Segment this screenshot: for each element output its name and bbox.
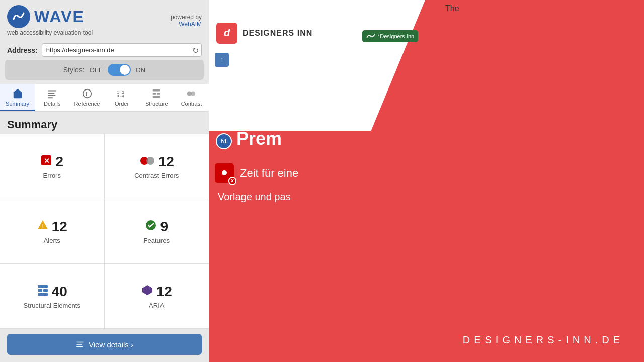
wave-badge: *Designers Inn	[362, 30, 418, 42]
svg-rect-23	[43, 289, 48, 292]
alert-icon: !	[37, 219, 49, 234]
styles-label: Styles:	[63, 66, 85, 74]
tab-structure[interactable]: Structure	[139, 84, 174, 111]
powered-by: powered by WebAIM	[171, 14, 202, 28]
tab-details-label: Details	[44, 101, 61, 107]
svg-text:✕: ✕	[44, 157, 50, 165]
tab-details[interactable]: Details	[35, 84, 69, 111]
stat-aria: 12 ARIA	[105, 264, 209, 329]
tab-order-label: Order	[115, 101, 129, 107]
tab-contrast-label: Contrast	[181, 101, 202, 107]
prem-text: Prem	[236, 128, 282, 149]
address-input[interactable]	[42, 43, 202, 57]
tab-summary[interactable]: Summary	[0, 84, 35, 111]
contrast-count: 12	[158, 154, 174, 170]
address-bar: Address: ↻	[0, 40, 209, 60]
alerts-count: 12	[52, 219, 67, 235]
structure-icon	[37, 284, 49, 299]
wave-panel: WAVE web accessibility evaluation tool p…	[0, 0, 209, 362]
zeit-text: Zeit für eine	[240, 167, 298, 180]
tab-summary-label: Summary	[6, 101, 29, 107]
errors-label: Errors	[43, 172, 61, 179]
designers-inn-bottom: DESIGNERS-INN.DE	[463, 334, 624, 346]
designers-logo: d	[216, 23, 237, 44]
the-text: The	[445, 4, 459, 13]
tab-structure-label: Structure	[145, 101, 168, 107]
designers-inn-name: DESIGNERS INN	[243, 29, 312, 38]
stat-features: 9 Features	[105, 199, 209, 264]
svg-rect-0	[48, 90, 57, 92]
h1-badge: h1	[216, 133, 232, 149]
refresh-button[interactable]: ↻	[192, 45, 199, 55]
svg-rect-8	[153, 89, 160, 92]
address-input-wrap: ↻	[42, 43, 202, 57]
address-label: Address:	[7, 46, 38, 54]
scroll-indicator[interactable]: ↑	[215, 53, 229, 67]
aria-icon	[141, 284, 153, 299]
svg-marker-25	[142, 285, 152, 295]
styles-on-label: ON	[136, 66, 146, 74]
svg-rect-10	[157, 93, 160, 95]
error-icon: ✕	[40, 154, 52, 169]
stat-errors: ✕ 2 Errors	[0, 134, 105, 199]
powered-by-text: powered by	[171, 14, 202, 21]
svg-point-13	[191, 91, 196, 96]
stats-grid: ✕ 2 Errors 12 Contrast Errors	[0, 134, 209, 329]
styles-bar: Styles: OFF ON	[5, 60, 204, 80]
features-count: 9	[160, 219, 168, 235]
svg-rect-3	[48, 97, 53, 98]
tab-contrast[interactable]: Contrast	[174, 84, 209, 111]
stat-structural: 40 Structural Elements	[0, 264, 105, 329]
tab-order[interactable]: 1→2 3→4 Order	[105, 84, 139, 111]
svg-text:1→2: 1→2	[117, 90, 124, 94]
svg-point-17	[146, 157, 154, 165]
contrast-label: Contrast Errors	[134, 172, 179, 179]
vorlage-text: Vorlage und pas	[218, 191, 291, 203]
svg-rect-26	[76, 342, 84, 343]
logo-area: WAVE web accessibility evaluation tool	[7, 5, 93, 36]
svg-text:!: !	[42, 223, 44, 229]
svg-text:3→4: 3→4	[117, 94, 124, 98]
structural-count: 40	[52, 284, 67, 300]
svg-text:i: i	[86, 92, 87, 97]
view-details-button[interactable]: View details ›	[7, 334, 202, 355]
feature-icon	[145, 219, 157, 234]
styles-toggle[interactable]	[108, 64, 131, 76]
svg-rect-28	[76, 346, 83, 347]
site-preview: The d DESIGNERS INN *Designers Inn ↑ h1 …	[209, 0, 644, 362]
wave-title: WAVE	[34, 8, 85, 26]
aria-count: 12	[156, 284, 172, 300]
styles-off-label: OFF	[90, 66, 103, 74]
webaim-link[interactable]: WebAIM	[179, 21, 202, 28]
contrast-icon	[139, 156, 155, 168]
wave-badge-text: *Designers Inn	[378, 33, 414, 39]
stat-alerts: ! 12 Alerts	[0, 199, 105, 264]
svg-rect-2	[48, 95, 56, 96]
wave-logo-icon	[7, 5, 30, 28]
summary-heading: Summary	[0, 112, 209, 134]
features-label: Features	[144, 237, 170, 244]
svg-rect-22	[38, 289, 42, 292]
error-page-icon: ✕	[215, 163, 234, 183]
tab-reference-label: Reference	[74, 101, 100, 107]
svg-rect-24	[38, 293, 48, 296]
header: WAVE web accessibility evaluation tool p…	[0, 0, 209, 40]
svg-rect-27	[76, 344, 82, 345]
toggle-thumb	[120, 65, 130, 75]
stat-contrast: 12 Contrast Errors	[105, 134, 209, 199]
tab-reference[interactable]: i Reference	[69, 84, 104, 111]
svg-rect-21	[38, 285, 48, 288]
logo-top: WAVE	[7, 5, 93, 28]
svg-rect-11	[153, 96, 160, 98]
svg-rect-1	[48, 93, 55, 94]
nav-tabs: Summary Details i Reference 1→2 3→4	[0, 84, 209, 112]
errors-count: 2	[55, 154, 63, 170]
wave-subtitle: web accessibility evaluation tool	[7, 29, 93, 36]
structural-label: Structural Elements	[24, 302, 80, 309]
aria-label: ARIA	[149, 302, 164, 309]
svg-rect-9	[153, 93, 156, 95]
view-details-label: View details ›	[89, 340, 133, 349]
alerts-label: Alerts	[44, 237, 60, 244]
